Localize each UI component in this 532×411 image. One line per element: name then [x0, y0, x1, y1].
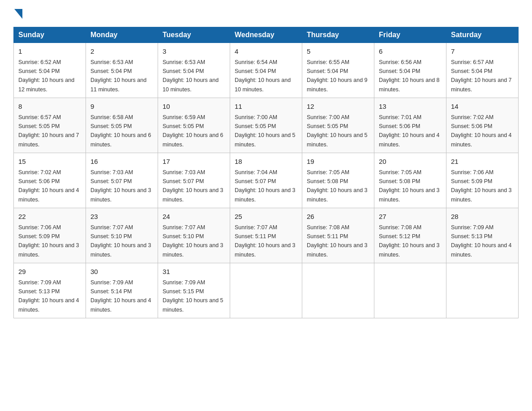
calendar-cell: 30Sunrise: 7:09 AMSunset: 5:14 PMDayligh… [86, 263, 158, 318]
calendar-cell: 21Sunrise: 7:06 AMSunset: 5:09 PMDayligh… [446, 153, 519, 208]
calendar-cell: 26Sunrise: 7:08 AMSunset: 5:11 PMDayligh… [302, 208, 374, 263]
day-info: Sunrise: 6:53 AMSunset: 5:04 PMDaylight:… [90, 59, 146, 93]
calendar-week-row: 29Sunrise: 7:09 AMSunset: 5:13 PMDayligh… [14, 263, 519, 318]
day-info: Sunrise: 7:09 AMSunset: 5:13 PMDaylight:… [451, 224, 512, 258]
logo [13, 9, 22, 19]
calendar-cell: 16Sunrise: 7:03 AMSunset: 5:07 PMDayligh… [86, 153, 158, 208]
day-number: 3 [163, 47, 225, 57]
calendar-cell [374, 263, 446, 318]
day-number: 23 [90, 212, 153, 222]
day-info: Sunrise: 7:07 AMSunset: 5:11 PMDaylight:… [235, 224, 296, 258]
calendar-cell [446, 263, 519, 318]
calendar-cell: 8Sunrise: 6:57 AMSunset: 5:05 PMDaylight… [14, 98, 86, 153]
day-info: Sunrise: 6:58 AMSunset: 5:05 PMDaylight:… [90, 114, 151, 148]
calendar-cell [302, 263, 374, 318]
day-number: 17 [163, 157, 225, 167]
day-number: 9 [90, 102, 153, 112]
day-info: Sunrise: 7:05 AMSunset: 5:08 PMDaylight:… [379, 169, 440, 203]
col-friday: Friday [374, 27, 446, 43]
day-number: 10 [163, 102, 225, 112]
day-info: Sunrise: 7:08 AMSunset: 5:11 PMDaylight:… [307, 224, 368, 258]
logo-arrow-icon [14, 9, 22, 19]
calendar-cell: 10Sunrise: 6:59 AMSunset: 5:05 PMDayligh… [158, 98, 230, 153]
day-info: Sunrise: 7:09 AMSunset: 5:14 PMDaylight:… [90, 279, 151, 313]
day-info: Sunrise: 7:08 AMSunset: 5:12 PMDaylight:… [379, 224, 440, 258]
day-number: 13 [379, 102, 442, 112]
day-number: 24 [163, 212, 225, 222]
day-number: 20 [379, 157, 442, 167]
day-number: 27 [379, 212, 442, 222]
day-info: Sunrise: 6:56 AMSunset: 5:04 PMDaylight:… [379, 59, 440, 93]
calendar-cell: 20Sunrise: 7:05 AMSunset: 5:08 PMDayligh… [374, 153, 446, 208]
calendar-cell: 9Sunrise: 6:58 AMSunset: 5:05 PMDaylight… [86, 98, 158, 153]
col-tuesday: Tuesday [158, 27, 230, 43]
calendar-cell: 25Sunrise: 7:07 AMSunset: 5:11 PMDayligh… [230, 208, 302, 263]
day-number: 4 [235, 47, 297, 57]
day-info: Sunrise: 7:09 AMSunset: 5:13 PMDaylight:… [18, 279, 79, 313]
day-number: 28 [451, 212, 514, 222]
day-info: Sunrise: 6:57 AMSunset: 5:05 PMDaylight:… [18, 114, 79, 148]
day-number: 26 [307, 212, 369, 222]
col-sunday: Sunday [14, 27, 86, 43]
calendar-cell: 17Sunrise: 7:03 AMSunset: 5:07 PMDayligh… [158, 153, 230, 208]
calendar-cell: 19Sunrise: 7:05 AMSunset: 5:08 PMDayligh… [302, 153, 374, 208]
calendar-cell: 14Sunrise: 7:02 AMSunset: 5:06 PMDayligh… [446, 98, 519, 153]
day-number: 1 [18, 47, 81, 57]
calendar-cell: 23Sunrise: 7:07 AMSunset: 5:10 PMDayligh… [86, 208, 158, 263]
calendar-cell: 29Sunrise: 7:09 AMSunset: 5:13 PMDayligh… [14, 263, 86, 318]
calendar-week-row: 1Sunrise: 6:52 AMSunset: 5:04 PMDaylight… [14, 43, 519, 98]
day-number: 30 [90, 267, 153, 277]
day-number: 29 [18, 267, 81, 277]
day-info: Sunrise: 7:00 AMSunset: 5:05 PMDaylight:… [235, 114, 296, 148]
col-thursday: Thursday [302, 27, 374, 43]
calendar-cell: 7Sunrise: 6:57 AMSunset: 5:04 PMDaylight… [446, 43, 519, 98]
day-info: Sunrise: 7:06 AMSunset: 5:09 PMDaylight:… [451, 169, 512, 203]
day-number: 19 [307, 157, 369, 167]
calendar-cell: 13Sunrise: 7:01 AMSunset: 5:06 PMDayligh… [374, 98, 446, 153]
calendar-cell: 18Sunrise: 7:04 AMSunset: 5:07 PMDayligh… [230, 153, 302, 208]
day-info: Sunrise: 6:59 AMSunset: 5:05 PMDaylight:… [163, 114, 223, 148]
day-info: Sunrise: 7:01 AMSunset: 5:06 PMDaylight:… [379, 114, 440, 148]
calendar-cell: 2Sunrise: 6:53 AMSunset: 5:04 PMDaylight… [86, 43, 158, 98]
calendar-cell: 3Sunrise: 6:53 AMSunset: 5:04 PMDaylight… [158, 43, 230, 98]
day-info: Sunrise: 7:03 AMSunset: 5:07 PMDaylight:… [90, 169, 151, 203]
day-number: 21 [451, 157, 514, 167]
day-number: 15 [18, 157, 81, 167]
calendar-header-row: Sunday Monday Tuesday Wednesday Thursday… [14, 27, 519, 43]
day-info: Sunrise: 7:07 AMSunset: 5:10 PMDaylight:… [163, 224, 223, 258]
calendar-cell: 22Sunrise: 7:06 AMSunset: 5:09 PMDayligh… [14, 208, 86, 263]
day-info: Sunrise: 6:53 AMSunset: 5:04 PMDaylight:… [163, 59, 219, 93]
calendar-cell: 12Sunrise: 7:00 AMSunset: 5:05 PMDayligh… [302, 98, 374, 153]
day-number: 25 [235, 212, 297, 222]
calendar-cell: 6Sunrise: 6:56 AMSunset: 5:04 PMDaylight… [374, 43, 446, 98]
calendar-week-row: 22Sunrise: 7:06 AMSunset: 5:09 PMDayligh… [14, 208, 519, 263]
day-info: Sunrise: 7:06 AMSunset: 5:09 PMDaylight:… [18, 224, 79, 258]
day-info: Sunrise: 7:02 AMSunset: 5:06 PMDaylight:… [451, 114, 512, 148]
day-number: 12 [307, 102, 369, 112]
calendar-cell: 24Sunrise: 7:07 AMSunset: 5:10 PMDayligh… [158, 208, 230, 263]
calendar-cell: 27Sunrise: 7:08 AMSunset: 5:12 PMDayligh… [374, 208, 446, 263]
day-info: Sunrise: 7:05 AMSunset: 5:08 PMDaylight:… [307, 169, 368, 203]
day-number: 18 [235, 157, 297, 167]
calendar-cell: 31Sunrise: 7:09 AMSunset: 5:15 PMDayligh… [158, 263, 230, 318]
day-info: Sunrise: 6:55 AMSunset: 5:04 PMDaylight:… [307, 59, 368, 93]
page-header [13, 9, 519, 19]
day-number: 16 [90, 157, 153, 167]
day-info: Sunrise: 7:03 AMSunset: 5:07 PMDaylight:… [163, 169, 223, 203]
day-info: Sunrise: 6:52 AMSunset: 5:04 PMDaylight:… [18, 59, 74, 93]
day-number: 2 [90, 47, 153, 57]
day-info: Sunrise: 7:00 AMSunset: 5:05 PMDaylight:… [307, 114, 368, 148]
day-number: 14 [451, 102, 514, 112]
calendar-cell: 15Sunrise: 7:02 AMSunset: 5:06 PMDayligh… [14, 153, 86, 208]
day-info: Sunrise: 7:07 AMSunset: 5:10 PMDaylight:… [90, 224, 151, 258]
calendar-cell: 11Sunrise: 7:00 AMSunset: 5:05 PMDayligh… [230, 98, 302, 153]
calendar-week-row: 15Sunrise: 7:02 AMSunset: 5:06 PMDayligh… [14, 153, 519, 208]
day-info: Sunrise: 6:54 AMSunset: 5:04 PMDaylight:… [235, 59, 291, 93]
col-saturday: Saturday [446, 27, 519, 43]
day-number: 5 [307, 47, 369, 57]
day-number: 22 [18, 212, 81, 222]
day-number: 31 [163, 267, 225, 277]
col-monday: Monday [86, 27, 158, 43]
calendar-table: Sunday Monday Tuesday Wednesday Thursday… [13, 27, 519, 318]
calendar-cell: 5Sunrise: 6:55 AMSunset: 5:04 PMDaylight… [302, 43, 374, 98]
